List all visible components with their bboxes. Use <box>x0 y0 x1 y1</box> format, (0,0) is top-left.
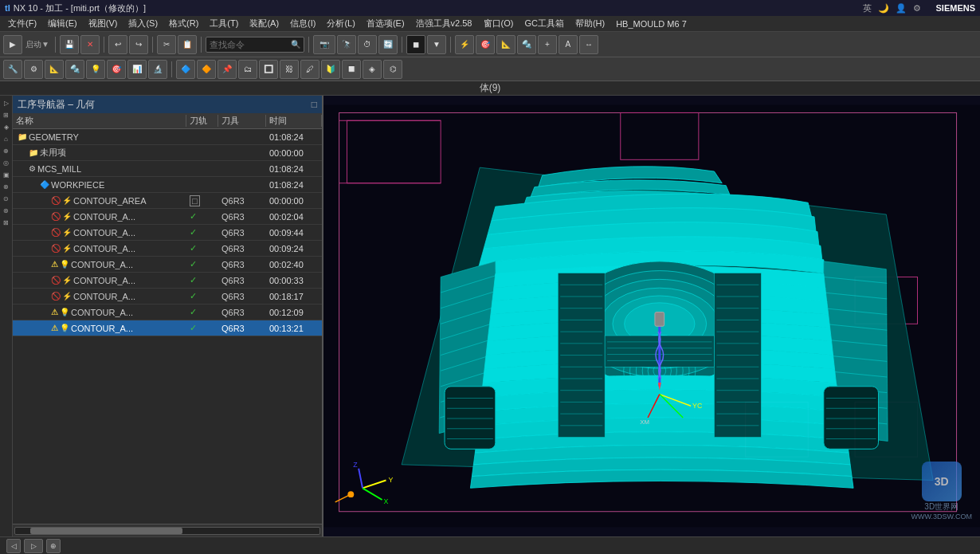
table-row[interactable]: 🚫 ⚡ CONTOUR_A... ✓ Q6R3 00:02:04 <box>13 209 322 225</box>
tb2-btn4[interactable]: 🔩 <box>65 60 84 79</box>
view-btn1[interactable]: 📷 <box>313 35 335 54</box>
menu-item-format[interactable]: 格式(R) <box>164 17 203 30</box>
nav-panel: 工序导航器 – 几何 □ 名称 刀轨 刀具 时间 📁 GEOMETRY 01:0… <box>13 96 323 536</box>
save-button[interactable]: 💾 <box>60 35 79 54</box>
menu-item-gctoolbox[interactable]: GC工具箱 <box>519 17 569 30</box>
table-row[interactable]: 🚫 ⚡ CONTOUR_A... ✓ Q6R3 00:09:24 <box>13 241 322 257</box>
start-label: 启动▼ <box>25 39 49 50</box>
search-box[interactable]: 🔍 <box>206 37 304 53</box>
left-icon-6[interactable]: ◎ <box>1 157 12 168</box>
table-row[interactable]: 🚫 ⚡ CONTOUR_AREA □ Q6R3 00:00:00 <box>13 193 322 209</box>
status-nav-buttons[interactable]: ◁ ▷ ⊕ <box>6 539 61 553</box>
menu-item-hbmould[interactable]: HB_MOULD M6 7 <box>611 18 692 29</box>
toolpath-check-icon: ✓ <box>190 291 197 301</box>
cancel-button[interactable]: ✕ <box>80 35 100 54</box>
tb2-btn10[interactable]: 🔶 <box>197 60 216 79</box>
table-row[interactable]: 📁 GEOMETRY 01:08:24 <box>13 129 322 145</box>
table-row[interactable]: ⚠ 💡 CONTOUR_A... ✓ Q6R3 00:12:09 <box>13 305 322 320</box>
table-row[interactable]: ⚠ 💡 CONTOUR_A... ✓ Q6R3 00:02:40 <box>13 257 322 273</box>
left-icon-2[interactable]: ⊞ <box>1 109 12 120</box>
scrollbar-track[interactable] <box>14 527 320 535</box>
tb-extra3[interactable]: 📐 <box>496 35 515 54</box>
tb2-btn19[interactable]: ⌬ <box>383 60 402 79</box>
left-icon-8[interactable]: ⊗ <box>1 181 12 192</box>
menu-item-window[interactable]: 窗口(O) <box>479 17 519 30</box>
watermark-line2: WWW.3DSW.COM <box>911 513 973 521</box>
view-btn3[interactable]: ⏱ <box>358 35 377 54</box>
tb2-btn15[interactable]: 🖊 <box>300 60 319 79</box>
scrollbar-thumb[interactable] <box>30 528 182 534</box>
left-icon-3[interactable]: ◈ <box>1 121 12 132</box>
menu-item-help[interactable]: 帮助(H) <box>570 17 610 30</box>
menu-item-view[interactable]: 视图(V) <box>84 17 123 30</box>
tb2-btn16[interactable]: 🔰 <box>321 60 340 79</box>
tb-extra2[interactable]: 🎯 <box>476 35 495 54</box>
cut-button[interactable]: ✂ <box>157 35 176 54</box>
svg-rect-46 <box>824 387 879 449</box>
menu-item-preferences[interactable]: 首选项(E) <box>362 17 410 30</box>
table-row[interactable]: 🚫 ⚡ CONTOUR_A... ✓ Q6R3 00:09:44 <box>13 225 322 241</box>
row-name-text: CONTOUR_A... <box>71 308 133 317</box>
left-icon-9[interactable]: ⊙ <box>1 193 12 204</box>
table-row[interactable]: 🚫 ⚡ CONTOUR_A... ✓ Q6R3 00:18:17 <box>13 289 322 305</box>
menu-item-insert[interactable]: 插入(S) <box>123 17 163 30</box>
tb2-btn6[interactable]: 🎯 <box>107 60 126 79</box>
tb2-btn2[interactable]: ⚙ <box>24 60 43 79</box>
menu-item-file[interactable]: 文件(F) <box>3 17 41 30</box>
tb2-btn17[interactable]: 🔲 <box>342 60 361 79</box>
tb2-btn11[interactable]: 📌 <box>218 60 237 79</box>
table-row[interactable]: 🚫 ⚡ CONTOUR_A... ✓ Q6R3 00:00:33 <box>13 273 322 289</box>
left-icon-4[interactable]: ⌂ <box>1 133 12 144</box>
tb-extra1[interactable]: ⚡ <box>455 35 474 54</box>
toolbar2: 🔧 ⚙ 📐 🔩 💡 🎯 📊 🔬 🔷 🔶 📌 🗂 🔳 ⛓ 🖊 🔰 🔲 ◈ ⌬ <box>0 57 980 81</box>
table-row[interactable]: ⚙ MCS_MILL 01:08:24 <box>13 161 322 177</box>
toolpath-check-icon: ✓ <box>190 307 197 317</box>
nav-extra-button[interactable]: ⊕ <box>46 539 61 553</box>
tb2-btn7[interactable]: 📊 <box>127 60 147 79</box>
menu-item-tools[interactable]: 工具(T) <box>205 17 243 30</box>
color-btn[interactable]: ◼ <box>406 35 425 54</box>
view-btn2[interactable]: 🔭 <box>337 35 356 54</box>
viewport[interactable]: YC XM Y X Z 3D 3D世界网 <box>323 96 980 536</box>
tb-extra5[interactable]: + <box>538 35 557 54</box>
table-row[interactable]: ⚠ 💡 CONTOUR_A... ✓ Q6R3 00:13:21 <box>13 320 322 336</box>
tb-extra4[interactable]: 🔩 <box>517 35 536 54</box>
start-button[interactable]: ▶ <box>3 35 22 54</box>
menu-item-haoqiang[interactable]: 浩强工具v2.58 <box>411 17 477 30</box>
tb2-btn1[interactable]: 🔧 <box>3 60 22 79</box>
menu-item-assembly[interactable]: 装配(A) <box>245 17 284 30</box>
tb2-btn5[interactable]: 💡 <box>86 60 105 79</box>
left-icon-10[interactable]: ⊛ <box>1 205 12 216</box>
tb2-btn12[interactable]: 🗂 <box>238 60 257 79</box>
search-input[interactable] <box>210 40 289 49</box>
table-header: 名称 刀轨 刀具 时间 <box>13 113 322 129</box>
nav-scrollbar[interactable] <box>13 524 322 536</box>
tb2-btn14[interactable]: ⛓ <box>280 60 299 79</box>
left-icon-7[interactable]: ▣ <box>1 169 12 180</box>
tb2-btn8[interactable]: 🔬 <box>148 60 167 79</box>
tb-extra7[interactable]: ↔ <box>579 35 598 54</box>
tb2-btn9[interactable]: 🔷 <box>176 60 195 79</box>
tb2-btn3[interactable]: 📐 <box>45 60 64 79</box>
copy-button[interactable]: 📋 <box>178 35 197 54</box>
redo-button[interactable]: ↪ <box>129 35 148 54</box>
table-row[interactable]: 🔷 WORKPIECE 01:08:24 <box>13 177 322 193</box>
status-warning-icon: ⚠ <box>51 324 58 332</box>
nav-op-button[interactable]: ▷ <box>24 539 43 553</box>
left-icon-11[interactable]: ⊠ <box>1 217 12 228</box>
view-btn4[interactable]: 🔄 <box>378 35 398 54</box>
table-row[interactable]: 📁 未用项 00:00:00 <box>13 145 322 161</box>
cell-name: 📁 未用项 <box>13 147 186 159</box>
nav-close-icon[interactable]: □ <box>312 99 317 110</box>
left-icon-5[interactable]: ⊕ <box>1 145 12 156</box>
tb-extra6[interactable]: A <box>559 35 578 54</box>
tb2-btn13[interactable]: 🔳 <box>259 60 278 79</box>
color-drop[interactable]: ▼ <box>427 35 446 54</box>
menu-item-analysis[interactable]: 分析(L) <box>322 17 359 30</box>
left-icon-1[interactable]: ▷ <box>1 97 12 108</box>
tb2-btn18[interactable]: ◈ <box>363 60 382 79</box>
undo-button[interactable]: ↩ <box>108 35 127 54</box>
menu-item-edit[interactable]: 编辑(E) <box>43 17 82 30</box>
nav-prev-button[interactable]: ◁ <box>6 539 21 553</box>
menu-item-info[interactable]: 信息(I) <box>285 17 320 30</box>
